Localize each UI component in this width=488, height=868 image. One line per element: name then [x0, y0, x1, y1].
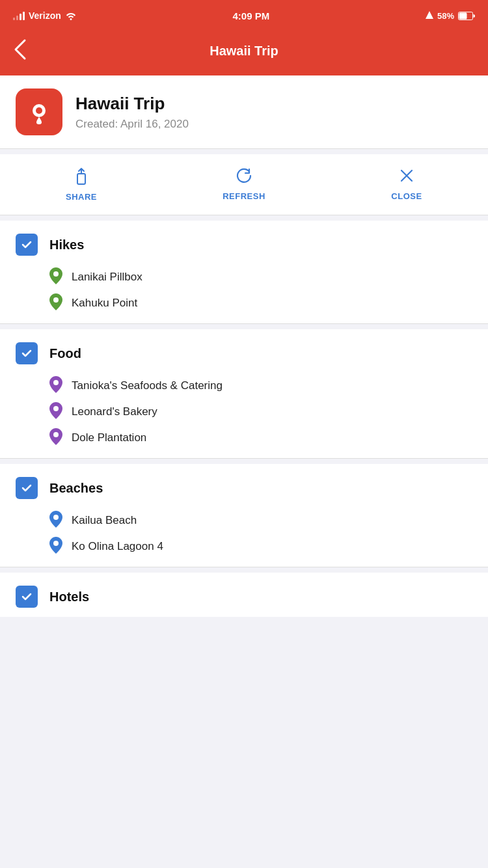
food-header: Food: [0, 329, 488, 373]
pin-icon: [49, 376, 62, 396]
svg-point-6: [53, 297, 59, 303]
beaches-header: Beaches: [0, 464, 488, 508]
place-name: Tanioka's Seafoods & Catering: [72, 379, 223, 392]
refresh-icon: [235, 167, 253, 187]
place-name: Dole Plantation: [72, 431, 146, 444]
status-time: 4:09 PM: [233, 10, 270, 21]
list-item[interactable]: Kailua Beach: [49, 511, 488, 530]
beaches-title: Beaches: [49, 481, 103, 496]
hotels-title: Hotels: [49, 590, 89, 604]
hotels-checkbox[interactable]: [16, 586, 38, 608]
hotels-section: Hotels: [0, 573, 488, 617]
trip-info: Hawaii Trip Created: April 16, 2020: [75, 94, 189, 131]
food-section: Food Tanioka's Seafoods & Catering Leona…: [0, 329, 488, 458]
action-bar: SHARE REFRESH CLOSE: [0, 154, 488, 215]
share-action[interactable]: SHARE: [0, 166, 163, 202]
svg-point-9: [53, 432, 59, 437]
battery-icon: [458, 12, 475, 20]
food-checkbox[interactable]: [16, 342, 38, 364]
svg-rect-4: [77, 174, 85, 184]
refresh-label: REFRESH: [223, 191, 265, 201]
svg-point-8: [53, 406, 59, 411]
list-item[interactable]: Dole Plantation: [49, 428, 488, 448]
share-icon: [72, 166, 90, 188]
refresh-action[interactable]: REFRESH: [163, 167, 325, 201]
list-item[interactable]: Leonard's Bakery: [49, 402, 488, 422]
hikes-section: Hikes Lanikai Pillbox Kahuku Point: [0, 221, 488, 323]
beaches-items: Kailua Beach Ko Olina Lagoon 4: [0, 508, 488, 567]
list-item[interactable]: Lanikai Pillbox: [49, 267, 488, 287]
close-label: CLOSE: [391, 191, 422, 201]
svg-rect-1: [459, 12, 467, 19]
close-action[interactable]: CLOSE: [325, 167, 488, 201]
share-label: SHARE: [66, 192, 97, 202]
carrier-label: Verizon: [29, 10, 61, 21]
hikes-header: Hikes: [0, 221, 488, 265]
svg-point-10: [53, 515, 59, 520]
hikes-checkbox[interactable]: [16, 234, 38, 256]
trip-icon: [16, 88, 62, 135]
signal-icon: [13, 11, 25, 20]
trip-created: Created: April 16, 2020: [75, 118, 189, 131]
place-name: Kailua Beach: [72, 514, 137, 527]
place-name: Lanikai Pillbox: [72, 271, 142, 284]
hotels-header: Hotels: [0, 573, 488, 617]
food-title: Food: [49, 346, 81, 361]
pin-icon: [49, 511, 62, 530]
nav-title: Hawaii Trip: [210, 44, 278, 59]
svg-point-5: [53, 271, 59, 277]
nav-header: Hawaii Trip: [0, 29, 488, 75]
place-name: Kahuku Point: [72, 297, 137, 310]
pin-icon: [49, 267, 62, 287]
back-button[interactable]: [13, 38, 27, 64]
section-spacer-4: [0, 459, 488, 464]
close-icon: [398, 167, 416, 187]
hikes-title: Hikes: [49, 237, 84, 252]
svg-point-11: [53, 541, 59, 546]
pin-icon: [49, 293, 62, 313]
location-icon: [426, 11, 433, 20]
list-item[interactable]: Tanioka's Seafoods & Catering: [49, 376, 488, 396]
place-name: Ko Olina Lagoon 4: [72, 540, 163, 553]
section-spacer: [0, 149, 488, 154]
trip-name: Hawaii Trip: [75, 94, 189, 114]
list-item[interactable]: Kahuku Point: [49, 293, 488, 313]
status-bar: Verizon 4:09 PM 58%: [0, 0, 488, 29]
beaches-checkbox[interactable]: [16, 477, 38, 499]
list-item[interactable]: Ko Olina Lagoon 4: [49, 537, 488, 556]
pin-icon: [49, 402, 62, 422]
pin-icon: [49, 428, 62, 448]
section-spacer-2: [0, 215, 488, 221]
section-spacer-3: [0, 324, 488, 329]
place-name: Leonard's Bakery: [72, 405, 157, 418]
svg-point-7: [53, 380, 59, 385]
pin-icon: [49, 537, 62, 556]
section-spacer-5: [0, 567, 488, 573]
food-items: Tanioka's Seafoods & Catering Leonard's …: [0, 373, 488, 458]
hikes-items: Lanikai Pillbox Kahuku Point: [0, 265, 488, 323]
svg-point-3: [36, 107, 42, 114]
trip-header: Hawaii Trip Created: April 16, 2020: [0, 75, 488, 148]
status-left: Verizon: [13, 10, 77, 21]
wifi-icon: [65, 11, 77, 20]
status-right: 58%: [426, 11, 475, 21]
battery-percentage: 58%: [437, 11, 454, 21]
beaches-section: Beaches Kailua Beach Ko Olina Lagoon 4: [0, 464, 488, 567]
